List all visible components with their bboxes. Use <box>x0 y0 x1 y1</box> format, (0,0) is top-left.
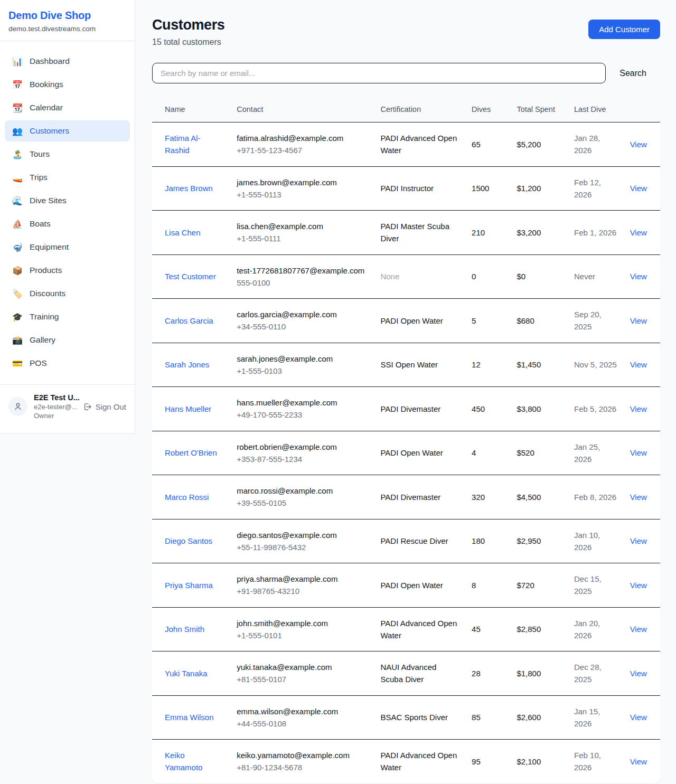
customer-email: yuki.tanaka@example.com <box>237 661 368 673</box>
view-customer-link[interactable]: View <box>630 272 647 281</box>
table-row: Carlos Garcia carlos.garcia@example.com … <box>152 299 660 343</box>
sidebar-item-label: Discounts <box>30 289 65 298</box>
user-email: e2e-tester@... <box>34 403 77 411</box>
customer-last-dive: Feb 1, 2026 <box>568 211 624 255</box>
sidebar-item-dashboard[interactable]: 📊 Dashboard <box>5 51 130 72</box>
sidebar-item-label: Dive Sites <box>30 196 67 205</box>
sidebar: Demo Dive Shop demo.test.divestreams.com… <box>0 0 135 434</box>
customer-name-link[interactable]: Lisa Chen <box>152 211 230 255</box>
view-customer-link[interactable]: View <box>630 228 647 237</box>
customer-dives: 45 <box>465 607 510 651</box>
sidebar-item-calendar[interactable]: 📆 Calendar <box>5 97 130 118</box>
customer-name-link[interactable]: Carlos Garcia <box>152 299 230 343</box>
customer-name-link[interactable]: Fatima Al-Rashid <box>152 122 230 167</box>
sidebar-user-section: E2E Test U... e2e-tester@... Owner Sign … <box>0 384 135 426</box>
island-icon: 🏝️ <box>12 149 23 159</box>
sidebar-item-trips[interactable]: 🚤 Trips <box>5 167 130 188</box>
sidebar-item-label: Gallery <box>30 335 55 345</box>
customer-certification: PADI Instructor <box>374 166 465 211</box>
view-customer-link[interactable]: View <box>630 669 647 678</box>
sidebar-item-tours[interactable]: 🏝️ Tours <box>5 144 130 165</box>
table-header: Name Contact Certification Dives Total S… <box>152 97 660 122</box>
sidebar-item-bookings[interactable]: 📅 Bookings <box>5 74 130 95</box>
view-customer-link[interactable]: View <box>630 757 647 766</box>
customer-email: diego.santos@example.com <box>237 529 368 541</box>
sidebar-item-products[interactable]: 📦 Products <box>5 260 130 281</box>
column-header-dives: Dives <box>465 97 510 122</box>
customer-certification: SSI Open Water <box>374 343 465 387</box>
sidebar-nav: 📊 Dashboard 📅 Bookings 📆 Calendar 👥 Cust… <box>0 41 135 381</box>
camera-icon: 📸 <box>12 335 23 345</box>
customer-phone: +1-555-0101 <box>237 629 368 641</box>
customer-total-spent: $3,800 <box>510 387 568 431</box>
customer-name-link[interactable]: James Brown <box>152 166 230 211</box>
customer-last-dive: Jan 25, 2026 <box>568 431 624 475</box>
customer-dives: 85 <box>465 695 510 740</box>
customer-name-link[interactable]: Sarah Jones <box>152 343 230 387</box>
customer-email: sarah.jones@example.com <box>237 353 368 365</box>
view-customer-link[interactable]: View <box>630 360 647 369</box>
sidebar-item-training[interactable]: 🎓 Training <box>5 306 130 327</box>
view-customer-link[interactable]: View <box>630 581 647 590</box>
sidebar-item-label: Products <box>30 266 62 275</box>
view-customer-link[interactable]: View <box>630 493 647 502</box>
customer-certification: None <box>374 254 465 299</box>
sidebar-item-pos[interactable]: 💳 POS <box>5 353 130 374</box>
add-customer-button[interactable]: Add Customer <box>588 20 660 39</box>
customer-name-link[interactable]: Yuki Tanaka <box>152 651 230 696</box>
customer-last-dive: Sep 20, 2025 <box>568 299 624 343</box>
sidebar-item-customers[interactable]: 👥 Customers <box>5 120 130 141</box>
view-customer-link[interactable]: View <box>630 184 647 193</box>
customer-email: james.brown@example.com <box>237 176 368 188</box>
search-input[interactable] <box>152 63 606 83</box>
customer-email: hans.mueller@example.com <box>237 396 368 409</box>
table-row: Hans Mueller hans.mueller@example.com +4… <box>152 387 660 431</box>
customer-name-link[interactable]: Hans Mueller <box>152 387 230 431</box>
table-row: Test Customer test-1772681807767@example… <box>152 254 660 299</box>
customer-total-spent: $1,800 <box>510 651 568 696</box>
sidebar-header: Demo Dive Shop demo.test.divestreams.com <box>0 0 135 41</box>
search-button[interactable]: Search <box>606 69 660 78</box>
page-header: Customers 15 total customers Add Custome… <box>152 17 660 47</box>
view-customer-link[interactable]: View <box>630 316 647 325</box>
customer-name-link[interactable]: Diego Santos <box>152 519 230 563</box>
customer-certification: PADI Divemaster <box>374 387 465 431</box>
sidebar-item-label: POS <box>30 358 47 368</box>
customer-dives: 12 <box>465 343 510 387</box>
customer-phone: +34-555-0110 <box>237 320 368 333</box>
people-icon: 👥 <box>12 126 23 136</box>
customer-phone: +81-555-0107 <box>237 673 368 685</box>
customer-name-link[interactable]: Test Customer <box>152 254 230 299</box>
view-customer-link[interactable]: View <box>630 140 647 149</box>
table-row: Priya Sharma priya.sharma@example.com +9… <box>152 563 660 608</box>
view-customer-link[interactable]: View <box>630 713 647 722</box>
table-row: Diego Santos diego.santos@example.com +5… <box>152 519 660 563</box>
customer-name-link[interactable]: Priya Sharma <box>152 563 230 608</box>
customer-name-link[interactable]: John Smith <box>152 607 230 651</box>
customer-phone: 555-0100 <box>237 277 368 289</box>
sidebar-item-equipment[interactable]: 🤿 Equipment <box>5 237 130 258</box>
customer-contact: lisa.chen@example.com +1-555-0111 <box>230 211 374 255</box>
sign-out-button[interactable]: Sign Out <box>83 402 127 411</box>
table-row: John Smith john.smith@example.com +1-555… <box>152 607 660 651</box>
table-row: Keiko Yamamoto keiko.yamamoto@example.co… <box>152 740 660 783</box>
sidebar-item-label: Trips <box>30 173 48 182</box>
customer-phone: +1-555-0113 <box>237 188 368 201</box>
customer-name-link[interactable]: Marco Rossi <box>152 475 230 519</box>
view-customer-link[interactable]: View <box>630 625 647 634</box>
user-info: E2E Test U... e2e-tester@... Owner <box>34 393 77 420</box>
view-customer-link[interactable]: View <box>630 448 647 457</box>
view-customer-link[interactable]: View <box>630 404 647 413</box>
view-customer-link[interactable]: View <box>630 536 647 545</box>
package-icon: 📦 <box>12 266 23 276</box>
sidebar-item-boats[interactable]: ⛵ Boats <box>5 213 130 234</box>
customer-name-link[interactable]: Robert O'Brien <box>152 431 230 475</box>
sidebar-item-dive-sites[interactable]: 🌊 Dive Sites <box>5 190 130 211</box>
sidebar-item-gallery[interactable]: 📸 Gallery <box>5 329 130 351</box>
sidebar-item-discounts[interactable]: 🏷️ Discounts <box>5 283 130 304</box>
customer-name-link[interactable]: Keiko Yamamoto <box>152 740 230 783</box>
sidebar-item-label: Customers <box>30 126 69 136</box>
customer-name-link[interactable]: Emma Wilson <box>152 695 230 740</box>
table-body: Fatima Al-Rashid fatima.alrashid@example… <box>152 122 660 783</box>
customer-certification: PADI Rescue Diver <box>374 519 465 563</box>
